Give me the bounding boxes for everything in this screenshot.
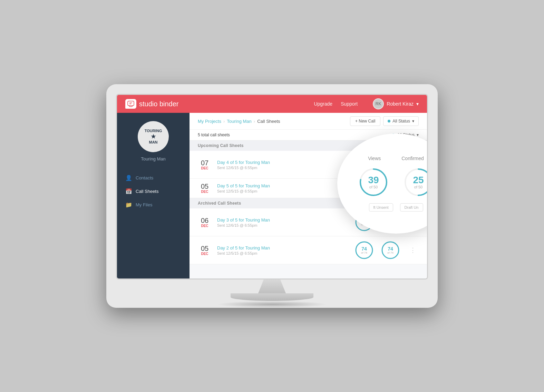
sidebar-label-contacts: Contacts <box>136 175 153 180</box>
top-navigation: studio binder Upgrade Support RK Robert … <box>117 95 427 113</box>
total-count: 5 total call sheets <box>198 133 230 137</box>
date-num-4: 05 <box>198 245 212 252</box>
row-title-2[interactable]: Day 5 of 5 for Touring Man <box>217 183 348 188</box>
zoom-views-num: 39 <box>368 175 379 185</box>
upgrade-link[interactable]: Upgrade <box>314 101 332 107</box>
zoom-confirmed-circle: 25 of 50 <box>403 167 427 198</box>
zoom-drafts-row: ft Unsent Draft Un <box>369 203 423 212</box>
contacts-icon: 👤 <box>125 175 132 181</box>
zoom-draft-badge-1: ft Unsent <box>369 203 393 212</box>
row-info-1: Day 4 of 5 for Touring Man Sent 12/6/15 … <box>217 160 349 170</box>
row-info-3: Day 3 of 5 for Touring Man Sent 12/6/15 … <box>217 217 349 227</box>
status-dot <box>388 120 390 122</box>
svg-rect-0 <box>128 101 134 106</box>
chevron-down-icon: ▾ <box>412 119 414 124</box>
monitor-shadow <box>217 301 327 308</box>
zoom-views-denom: of 50 <box>369 185 378 189</box>
sidebar-label-call-sheets: Call Sheets <box>136 189 158 194</box>
breadcrumb-bar: My Projects › Touring Man › Call Sheets … <box>190 113 427 130</box>
content-area: My Projects › Touring Man › Call Sheets … <box>190 113 427 278</box>
all-status-dropdown[interactable]: All Status ▾ <box>383 116 419 126</box>
row-subtitle-2: Sent 12/5/15 @ 6:55pm <box>217 189 348 193</box>
breadcrumb-current: Call Sheets <box>257 119 280 124</box>
row-date-4: 05 DEC <box>198 245 212 256</box>
monitor-stand <box>116 280 428 301</box>
project-logo-text: TOURING ★ MAN <box>145 129 162 145</box>
user-chevron: ▾ <box>416 101 419 107</box>
date-mon-3: DEC <box>198 224 212 228</box>
support-link[interactable]: Support <box>341 101 358 107</box>
row-info-2: Day 5 of 5 for Touring Man Sent 12/5/15 … <box>217 183 348 193</box>
sidebar-nav: 👤 Contacts 📅 Call Sheets 📁 My Files <box>117 171 190 212</box>
new-call-button[interactable]: + New Call <box>350 116 380 126</box>
user-name: Robert Kiraz <box>387 101 414 107</box>
zoom-circles-row: 39 of 50 25 of 50 <box>358 167 427 198</box>
breadcrumb-actions: + New Call All Status ▾ <box>350 116 419 126</box>
breadcrumb: My Projects › Touring Man › Call Sheets <box>198 119 280 124</box>
views-denom-4: of 74 <box>361 251 367 254</box>
zoom-views-circle: 39 of 50 <box>358 167 389 198</box>
breadcrumb-sep-1: › <box>223 119 225 124</box>
row-metrics-4: 74 of 74 74 of 74 ⋮ <box>354 241 419 260</box>
zoom-col-headers: Views Confirmed <box>368 156 424 161</box>
call-sheets-icon: 📅 <box>125 188 132 195</box>
date-mon-4: DEC <box>198 252 212 256</box>
sidebar-item-my-files[interactable]: 📁 My Files <box>117 198 190 212</box>
confirmed-circle-4: 74 of 74 <box>381 241 400 260</box>
breadcrumb-project[interactable]: Touring Man <box>227 119 252 124</box>
row-subtitle-1: Sent 12/6/15 @ 6:55pm <box>217 166 349 170</box>
row-title-4[interactable]: Day 2 of 5 for Touring Man <box>217 245 349 251</box>
user-menu[interactable]: RK Robert Kiraz ▾ <box>373 98 419 109</box>
row-title-3[interactable]: Day 3 of 5 for Touring Man <box>217 217 349 223</box>
date-num-2: 05 <box>198 183 212 190</box>
row-more-4[interactable]: ⋮ <box>407 245 419 255</box>
nav-links: Upgrade Support RK Robert Kiraz ▾ <box>314 98 419 109</box>
sidebar-label-my-files: My Files <box>136 202 152 207</box>
row-info-4: Day 2 of 5 for Touring Man Sent 12/5/15 … <box>217 245 349 255</box>
stand-base <box>231 293 313 301</box>
sidebar: TOURING ★ MAN Touring Man 👤 Contacts 📅 C… <box>117 113 190 278</box>
my-files-icon: 📁 <box>125 202 132 208</box>
views-circle-4: 74 of 74 <box>354 241 374 260</box>
confirmed-denom-4: of 74 <box>387 251 394 254</box>
row-date-2: 05 DEC <box>198 183 212 194</box>
date-mon-1: DEC <box>198 166 212 170</box>
zoom-draft-badge-2: Draft Un <box>400 203 423 212</box>
app-name: studio binder <box>139 100 179 108</box>
date-mon-2: DEC <box>198 190 212 194</box>
row-title-1[interactable]: Day 4 of 5 for Touring Man <box>217 160 349 165</box>
row-subtitle-3: Sent 12/6/15 @ 6:55pm <box>217 223 349 227</box>
zoom-confirmed-num: 25 <box>413 175 424 185</box>
project-name: Touring Man <box>141 156 166 161</box>
user-avatar: RK <box>373 98 384 109</box>
project-logo: TOURING ★ MAN <box>138 121 169 152</box>
views-num-4: 74 <box>361 246 367 251</box>
zoom-confirmed-label: Confirmed <box>401 156 424 161</box>
row-date-3: 06 DEC <box>198 217 212 228</box>
app-body: TOURING ★ MAN Touring Man 👤 Contacts 📅 C… <box>117 113 427 278</box>
table-row: 05 DEC Day 2 of 5 for Touring Man Sent 1… <box>190 236 427 264</box>
row-date-1: 07 DEC <box>198 159 212 170</box>
breadcrumb-my-projects[interactable]: My Projects <box>198 119 221 124</box>
sidebar-item-call-sheets[interactable]: 📅 Call Sheets <box>117 185 190 198</box>
logo-icon <box>125 99 136 109</box>
zoom-confirmed-denom: of 50 <box>414 185 422 189</box>
date-num-3: 06 <box>198 217 212 224</box>
app-logo: studio binder <box>125 99 314 109</box>
breadcrumb-sep-2: › <box>254 119 255 124</box>
zoom-views-label: Views <box>368 156 381 161</box>
stand-neck <box>258 280 286 293</box>
confirmed-num-4: 74 <box>388 246 393 251</box>
date-num-1: 07 <box>198 159 212 166</box>
row-subtitle-4: Sent 12/5/15 @ 6:55pm <box>217 251 349 255</box>
sidebar-item-contacts[interactable]: 👤 Contacts <box>117 171 190 185</box>
zoom-overlay-inner: Views Confirmed 39 of 50 <box>337 147 427 220</box>
